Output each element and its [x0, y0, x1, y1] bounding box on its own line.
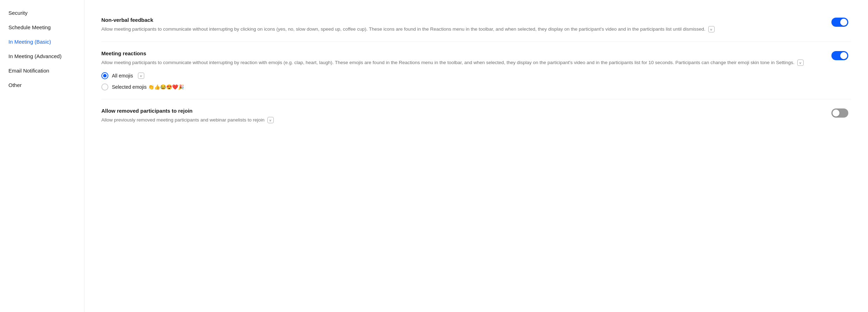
- radio-option-selected-emojis[interactable]: Selected emojis 👏👍😂😍❤️🎉: [101, 83, 812, 91]
- sidebar-item-in-meeting-basic[interactable]: In Meeting (Basic): [0, 35, 84, 49]
- info-icon-non-verbal-feedback[interactable]: v: [708, 26, 715, 32]
- setting-row-allow-removed-rejoin: Allow removed participants to rejoinAllo…: [101, 99, 851, 132]
- setting-content-meeting-reactions: Meeting reactionsAllow meeting participa…: [101, 50, 823, 91]
- sidebar-item-security[interactable]: Security: [0, 6, 84, 20]
- toggle-wrapper-allow-removed-rejoin[interactable]: [831, 108, 851, 118]
- radio-circle-selected-emojis: [101, 83, 108, 91]
- setting-title-non-verbal-feedback: Non-verbal feedback: [101, 17, 812, 23]
- toggle-thumb-allow-removed-rejoin: [832, 110, 840, 117]
- sidebar-item-in-meeting-advanced[interactable]: In Meeting (Advanced): [0, 49, 84, 63]
- sidebar: SecuritySchedule MeetingIn Meeting (Basi…: [0, 0, 84, 312]
- toggle-thumb-meeting-reactions: [840, 52, 847, 59]
- toggle-track-allow-removed-rejoin: [831, 108, 848, 118]
- info-icon-allow-removed-rejoin[interactable]: v: [267, 117, 274, 123]
- info-icon-radio-all-emojis[interactable]: v: [138, 73, 144, 79]
- setting-row-non-verbal-feedback: Non-verbal feedbackAllow meeting partici…: [101, 8, 851, 42]
- radio-label-all-emojis: All emojis: [112, 73, 133, 79]
- radio-option-all-emojis[interactable]: All emojisv: [101, 72, 812, 79]
- sidebar-item-email-notification[interactable]: Email Notification: [0, 63, 84, 78]
- sidebar-item-other[interactable]: Other: [0, 78, 84, 92]
- setting-desc-meeting-reactions: Allow meeting participants to communicat…: [101, 59, 812, 67]
- radio-group-meeting-reactions: All emojisvSelected emojis 👏👍😂😍❤️🎉: [101, 72, 812, 91]
- setting-title-meeting-reactions: Meeting reactions: [101, 50, 812, 56]
- sidebar-item-schedule-meeting[interactable]: Schedule Meeting: [0, 20, 84, 35]
- setting-content-non-verbal-feedback: Non-verbal feedbackAllow meeting partici…: [101, 17, 823, 33]
- setting-title-allow-removed-rejoin: Allow removed participants to rejoin: [101, 108, 812, 114]
- main-content: Non-verbal feedbackAllow meeting partici…: [84, 0, 868, 312]
- setting-desc-allow-removed-rejoin: Allow previously removed meeting partici…: [101, 117, 812, 124]
- toggle-meeting-reactions[interactable]: [831, 51, 848, 60]
- toggle-track-meeting-reactions: [831, 51, 848, 60]
- radio-circle-all-emojis: [101, 72, 108, 79]
- toggle-allow-removed-rejoin[interactable]: [831, 108, 848, 118]
- toggle-wrapper-non-verbal-feedback[interactable]: [831, 17, 851, 27]
- toggle-thumb-non-verbal-feedback: [840, 19, 847, 26]
- toggle-wrapper-meeting-reactions[interactable]: [831, 50, 851, 60]
- setting-row-meeting-reactions: Meeting reactionsAllow meeting participa…: [101, 42, 851, 99]
- toggle-track-non-verbal-feedback: [831, 18, 848, 27]
- setting-content-allow-removed-rejoin: Allow removed participants to rejoinAllo…: [101, 108, 823, 124]
- radio-label-selected-emojis: Selected emojis 👏👍😂😍❤️🎉: [112, 84, 184, 90]
- toggle-non-verbal-feedback[interactable]: [831, 18, 848, 27]
- info-icon-meeting-reactions[interactable]: v: [797, 60, 804, 66]
- setting-desc-non-verbal-feedback: Allow meeting participants to communicat…: [101, 26, 812, 33]
